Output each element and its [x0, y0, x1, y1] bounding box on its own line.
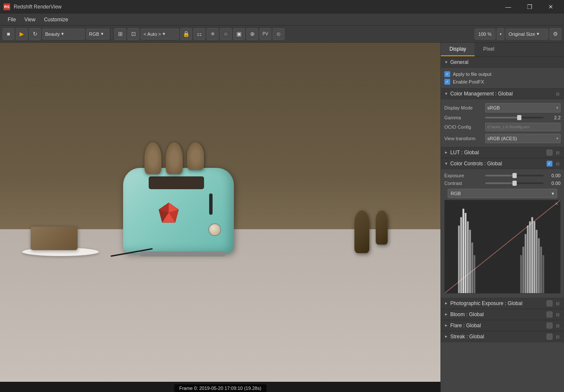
lut-section-label: LUT : Global — [450, 150, 544, 156]
grid-button[interactable]: ⊞ — [114, 28, 126, 40]
gamma-slider-track[interactable] — [485, 117, 544, 118]
flare-checkbox[interactable] — [547, 323, 552, 329]
ocio-config-label: OCIO Config — [444, 124, 483, 130]
rgb-dropdown[interactable]: RGB ▾ — [86, 29, 109, 40]
burst-button[interactable]: ✳ — [207, 28, 219, 40]
bread-2 — [166, 142, 183, 174]
crosshair-button[interactable]: ⊕ — [246, 28, 258, 40]
toaster-logo — [157, 202, 183, 225]
photo-exposure-arrow-icon: ▼ — [444, 302, 448, 306]
contrast-slider-track[interactable] — [485, 182, 544, 184]
salt-pepper-shakers — [354, 210, 388, 253]
auto-dropdown[interactable]: < Auto > ▾ — [141, 29, 179, 40]
menu-file[interactable]: File — [3, 15, 20, 24]
ocio-config-input[interactable]: D:\aces_1.0.3\config.oco — [485, 123, 561, 131]
play-button[interactable]: ▶ — [16, 28, 28, 40]
apply-file-row: ✓ Apply to file output — [444, 70, 561, 78]
color-mode-dropdown[interactable]: RGB ▾ — [448, 189, 557, 198]
section-bloom-header[interactable]: ▼ Bloom : Global ⊟ — [441, 309, 564, 320]
contrast-value: 0.00 — [545, 181, 561, 186]
color-mgmt-section-body: Display Mode sRGB ▾ Gamma 2.2 — [441, 99, 564, 147]
mosaic-button[interactable]: ⚏ — [193, 28, 205, 40]
zoom-dropdown-btn[interactable]: ▾ — [497, 28, 504, 40]
contrast-slider-thumb[interactable] — [512, 181, 517, 186]
pv-button[interactable]: PV — [259, 28, 271, 40]
frame-button[interactable]: ▣ — [233, 28, 245, 40]
streak-checkbox[interactable] — [547, 334, 552, 340]
menubar: File View Customize — [0, 14, 564, 26]
crop-button[interactable]: ⊡ — [127, 28, 139, 40]
refresh-button[interactable]: ↻ — [29, 28, 41, 40]
svg-rect-34 — [540, 247, 542, 293]
gamma-value: 2.2 — [545, 115, 561, 120]
svg-rect-27 — [525, 234, 527, 293]
exposure-slider-track[interactable] — [485, 175, 544, 176]
section-flare-header[interactable]: ▼ Flare : Global ⊟ — [441, 320, 564, 331]
lut-arrow-icon: ▼ — [444, 151, 448, 155]
apply-file-checkbox[interactable]: ✓ — [444, 71, 450, 77]
histogram-close-button[interactable]: ✕ — [555, 201, 558, 207]
tab-display[interactable]: Display — [441, 43, 475, 56]
menu-view[interactable]: View — [20, 15, 40, 24]
enable-postfx-checkbox[interactable]: ✓ — [444, 79, 450, 85]
color-mgmt-pin-icon: ⊟ — [555, 91, 561, 97]
maximize-button[interactable]: ❐ — [520, 0, 539, 14]
color-controls-checkbox[interactable]: ✓ — [547, 161, 552, 167]
exposure-slider-fill — [485, 175, 515, 176]
bloom-checkbox[interactable] — [547, 311, 552, 317]
settings-button[interactable]: ⚙ — [550, 28, 561, 40]
tab-pixel[interactable]: Pixel — [475, 43, 503, 56]
app-icon: RS — [3, 3, 10, 10]
display-mode-label: Display Mode — [444, 105, 483, 110]
lut-pin-icon: ⊟ — [555, 150, 561, 156]
display-mode-arrow-icon: ▾ — [556, 106, 558, 110]
lock-button[interactable]: 🔒 — [180, 28, 192, 40]
color-controls-pin-icon: ⊟ — [555, 161, 561, 167]
exposure-slider-thumb[interactable] — [512, 173, 517, 178]
svg-rect-29 — [529, 222, 531, 293]
toolbar: ■ ▶ ↻ Beauty ▾ RGB ▾ ⊞ ⊡ < Auto > ▾ 🔒 ⚏ … — [0, 26, 564, 43]
color-mgmt-section-label: Color Management : Global — [450, 91, 552, 97]
section-color-mgmt-header[interactable]: ▼ Color Management : Global ⊟ — [441, 88, 564, 99]
gamma-slider-fill — [485, 117, 520, 118]
export-button[interactable]: ⎋ — [273, 28, 285, 40]
ocio-config-row: OCIO Config D:\aces_1.0.3\config.oco — [444, 121, 561, 133]
section-streak-header[interactable]: ▼ Streak : Global ⊟ — [441, 331, 564, 342]
minimize-button[interactable]: — — [498, 0, 518, 14]
display-mode-dropdown[interactable]: sRGB ▾ — [485, 103, 561, 112]
enable-postfx-label: Enable PostFX — [453, 79, 484, 84]
menu-customize[interactable]: Customize — [40, 15, 72, 24]
panel-content[interactable]: ▼ General ✓ Apply to file output ✓ Enabl… — [441, 57, 564, 392]
section-color-controls-header[interactable]: ▼ Color Controls : Global ✓ ⊟ — [441, 158, 564, 169]
bloom-section-label: Bloom : Global — [450, 311, 544, 317]
section-photo-exposure-header[interactable]: ▼ Photographic Exposure : Global ⊟ — [441, 298, 564, 309]
flare-arrow-icon: ▼ — [444, 324, 448, 328]
section-general-header[interactable]: ▼ General — [441, 57, 564, 68]
contrast-slider-fill — [485, 182, 515, 184]
lut-checkbox[interactable] — [547, 150, 552, 156]
general-section-body: ✓ Apply to file output ✓ Enable PostFX — [441, 68, 564, 88]
beauty-dropdown[interactable]: Beauty ▾ — [42, 29, 85, 40]
apply-file-label: Apply to file output — [453, 72, 492, 77]
circle-button[interactable]: ○ — [220, 28, 232, 40]
toast-piece — [31, 227, 78, 250]
svg-rect-24 — [474, 255, 475, 293]
shaker-1 — [354, 210, 369, 253]
gamma-row: Gamma 2.2 — [444, 114, 561, 121]
close-button[interactable]: ✕ — [541, 0, 561, 14]
svg-rect-17 — [458, 225, 460, 293]
photo-exposure-checkbox[interactable] — [547, 300, 552, 306]
gamma-slider-thumb[interactable] — [517, 115, 521, 120]
streak-pin-icon: ⊟ — [555, 334, 561, 340]
view-transform-dropdown[interactable]: sRGB (ACES) ▾ — [485, 134, 561, 143]
svg-rect-32 — [536, 230, 538, 293]
status-text: Frame 0: 2019-05-20 17:09:10 (19.28s) — [179, 386, 262, 391]
bread-3 — [187, 142, 204, 170]
toaster-body — [123, 168, 234, 253]
view-transform-row: View transform sRGB (ACES) ▾ — [444, 133, 561, 144]
color-controls-section-label: Color Controls : Global — [450, 161, 544, 167]
section-lut-header[interactable]: ▼ LUT : Global ⊟ — [441, 147, 564, 158]
stop-button[interactable]: ■ — [3, 28, 14, 40]
size-dropdown[interactable]: Original Size ▾ — [506, 29, 548, 40]
flare-section-label: Flare : Global — [450, 323, 544, 329]
